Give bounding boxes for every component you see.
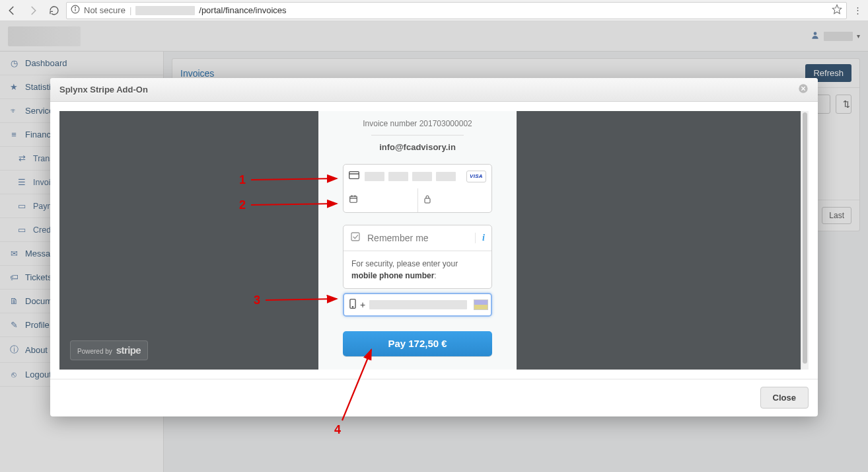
close-button[interactable]: Close	[760, 387, 809, 409]
info-icon	[71, 5, 80, 16]
card-icon	[349, 171, 359, 181]
checkbox-icon[interactable]	[350, 231, 361, 244]
calendar-icon	[349, 194, 358, 206]
url-path: /portal/finance/invoices	[199, 5, 286, 15]
merchant-email: info@fcadvisory.in	[379, 142, 456, 152]
svg-rect-6	[349, 172, 359, 179]
card-expiry-input[interactable]	[344, 188, 417, 212]
stripe-modal: Splynx Stripe Add-On Powered by stripe I…	[50, 78, 818, 416]
card-input-group: VISA	[343, 164, 492, 213]
country-flag[interactable]	[474, 299, 488, 310]
remember-me-box: Remember me i For security, please enter…	[343, 225, 492, 289]
powered-by-label: Powered by	[77, 348, 112, 355]
phone-icon	[349, 299, 356, 311]
security-label: Not secure	[84, 5, 126, 15]
stripe-checkout-frame: Powered by stripe Invoice number 2017030…	[59, 111, 809, 370]
phone-prefix: +	[360, 299, 365, 310]
phone-number-redacted	[369, 300, 467, 309]
svg-point-15	[352, 306, 353, 307]
svg-rect-12	[425, 198, 430, 203]
svg-point-2	[75, 7, 76, 8]
pay-button-label: Pay 172,50 €	[388, 338, 447, 349]
forward-button[interactable]	[24, 1, 42, 20]
visa-badge: VISA	[466, 171, 486, 182]
remember-me-label[interactable]: Remember me	[367, 233, 429, 243]
phone-number-input[interactable]: +	[343, 293, 492, 317]
stripe-payment-card: Invoice number 201703000002 info@fcadvis…	[318, 111, 517, 370]
info-icon[interactable]: i	[475, 233, 485, 243]
card-cvc-input[interactable]	[417, 188, 492, 212]
back-button[interactable]	[3, 1, 21, 20]
invoice-number: Invoice number 201703000002	[363, 119, 472, 128]
reload-button[interactable]	[45, 1, 63, 20]
svg-rect-8	[350, 196, 357, 202]
browser-menu-button[interactable]: ⋮	[850, 5, 865, 15]
pay-button[interactable]: Pay 172,50 €	[343, 331, 492, 356]
address-bar[interactable]: Not secure | /portal/finance/invoices	[66, 2, 847, 19]
bookmark-star-icon[interactable]	[832, 4, 842, 17]
card-number-input[interactable]: VISA	[344, 165, 491, 188]
browser-toolbar: Not secure | /portal/finance/invoices ⋮	[0, 0, 868, 21]
url-host-redacted	[135, 6, 195, 15]
card-number-redacted	[365, 172, 461, 181]
modal-title: Splynx Stripe Add-On	[59, 85, 148, 95]
scrollbar[interactable]	[801, 111, 809, 370]
stripe-wordmark: stripe	[116, 344, 141, 356]
powered-by-stripe: Powered by stripe	[70, 340, 148, 360]
scrollbar-thumb[interactable]	[803, 112, 807, 364]
separator	[371, 135, 464, 136]
security-note: For security, please enter your mobile p…	[344, 251, 491, 288]
svg-marker-3	[832, 5, 841, 13]
svg-rect-13	[351, 233, 359, 241]
lock-icon	[423, 194, 431, 206]
modal-close-icon[interactable]	[798, 83, 809, 96]
